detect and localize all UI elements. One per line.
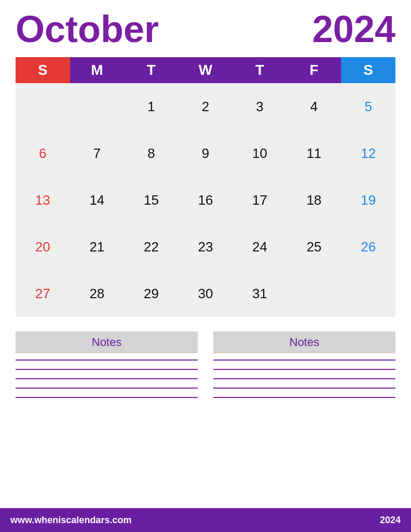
notes-right-block: Notes — [213, 331, 395, 398]
calendar-day-cell: 22 — [124, 223, 179, 270]
calendar-day-cell: 10 — [232, 130, 287, 177]
calendar-week-row: 2728293031 — [16, 270, 395, 317]
notes-line — [16, 397, 198, 398]
calendar-day-cell: 17 — [232, 177, 287, 223]
calendar-grid: S M T W T F S 12345678910111213141516171… — [16, 57, 395, 317]
notes-line — [213, 360, 395, 361]
header-sunday: S — [16, 57, 70, 83]
header-saturday: S — [341, 57, 395, 83]
calendar-day-cell: 8 — [124, 130, 179, 177]
calendar-day-cell: 30 — [179, 270, 233, 317]
header-friday: F — [287, 57, 341, 83]
calendar-day-cell: 23 — [179, 223, 233, 270]
calendar-day-cell: 25 — [287, 223, 341, 270]
notes-left-lines — [16, 360, 198, 398]
page: October 2024 S M T W T F S 1234567891011… — [0, 0, 411, 532]
calendar-week-row: 13141516171819 — [16, 177, 395, 223]
calendar-day-cell — [341, 270, 395, 317]
notes-line — [16, 378, 198, 379]
calendar-day-cell: 21 — [70, 223, 125, 270]
calendar-day-cell: 1 — [124, 83, 179, 130]
notes-line — [16, 360, 198, 361]
notes-left-header: Notes — [16, 331, 198, 353]
calendar-day-cell — [16, 83, 70, 130]
calendar-day-cell: 29 — [124, 270, 179, 317]
calendar-day-cell: 9 — [179, 130, 233, 177]
calendar-week-row: 6789101112 — [16, 130, 395, 177]
calendar-week-row: 20212223242526 — [16, 223, 395, 270]
calendar-week-row: 12345 — [16, 83, 395, 130]
notes-line — [16, 388, 198, 389]
calendar-day-cell: 2 — [179, 83, 233, 130]
notes-line — [213, 378, 395, 379]
header: October 2024 — [16, 10, 395, 48]
notes-right-header: Notes — [213, 331, 395, 353]
notes-left-block: Notes — [16, 331, 198, 398]
calendar-day-cell: 28 — [70, 270, 125, 317]
header-wednesday: W — [179, 57, 233, 83]
calendar-day-cell: 27 — [16, 270, 70, 317]
notes-line — [213, 397, 395, 398]
calendar-day-cell: 24 — [232, 223, 287, 270]
calendar: S M T W T F S 12345678910111213141516171… — [16, 57, 395, 317]
calendar-day-cell: 3 — [232, 83, 287, 130]
notes-right-lines — [213, 360, 395, 398]
header-monday: M — [70, 57, 125, 83]
calendar-day-cell: 14 — [70, 177, 125, 223]
calendar-day-cell: 4 — [287, 83, 341, 130]
days-header-row: S M T W T F S — [16, 57, 395, 83]
footer-year: 2024 — [380, 515, 401, 526]
calendar-day-cell: 13 — [16, 177, 70, 223]
calendar-day-cell — [287, 270, 341, 317]
notes-line — [16, 369, 198, 370]
year-title: 2024 — [312, 10, 395, 48]
calendar-day-cell: 12 — [341, 130, 395, 177]
month-title: October — [16, 10, 159, 48]
header-thursday: T — [232, 57, 287, 83]
calendar-day-cell: 15 — [124, 177, 179, 223]
notes-line — [213, 369, 395, 370]
calendar-day-cell: 5 — [341, 83, 395, 130]
calendar-day-cell: 31 — [232, 270, 287, 317]
calendar-day-cell: 20 — [16, 223, 70, 270]
footer: www.wheniscalendars.com 2024 — [0, 508, 411, 532]
calendar-day-cell: 11 — [287, 130, 341, 177]
calendar-day-cell: 6 — [16, 130, 70, 177]
footer-url: www.wheniscalendars.com — [10, 515, 131, 526]
calendar-day-cell: 18 — [287, 177, 341, 223]
notes-section: Notes Notes — [16, 331, 395, 398]
notes-line — [213, 388, 395, 389]
calendar-day-cell — [70, 83, 125, 130]
calendar-day-cell: 7 — [70, 130, 125, 177]
calendar-day-cell: 26 — [341, 223, 395, 270]
calendar-day-cell: 19 — [341, 177, 395, 223]
header-tuesday: T — [124, 57, 179, 83]
calendar-day-cell: 16 — [179, 177, 233, 223]
